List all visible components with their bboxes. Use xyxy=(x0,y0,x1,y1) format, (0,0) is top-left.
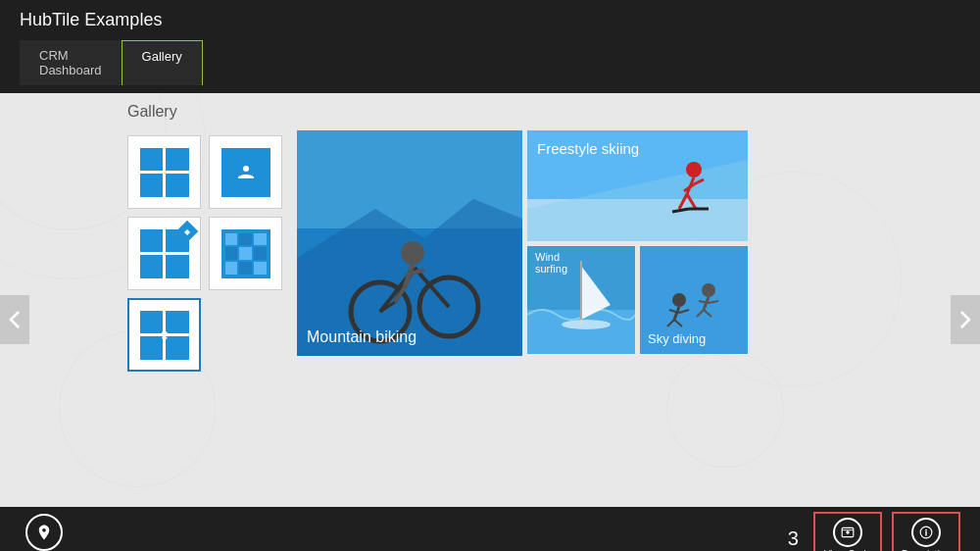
tile-option-3[interactable]: ◆ xyxy=(127,217,201,290)
main-content: Gallery xyxy=(0,93,980,507)
tab-bar: CRMDashboard Gallery xyxy=(20,40,960,85)
sky-diving-tile[interactable]: Sky diving xyxy=(640,246,748,354)
tile-option-5[interactable]: ⇕ xyxy=(127,298,201,372)
footer-right: 3 View Code Description xyxy=(788,512,960,551)
mountain-biking-label: Mountain biking xyxy=(307,328,416,346)
svg-point-0 xyxy=(243,166,249,172)
svg-point-45 xyxy=(846,530,850,534)
page-number: 3 xyxy=(788,527,799,550)
svg-point-17 xyxy=(686,162,702,177)
app-title: HubTile Examples xyxy=(20,10,960,30)
svg-point-10 xyxy=(401,241,424,265)
sky-diving-label: Sky diving xyxy=(648,331,706,346)
nav-left[interactable] xyxy=(0,295,29,344)
description-button[interactable]: Description xyxy=(892,512,960,551)
mountain-biking-tile[interactable]: Mountain biking xyxy=(297,130,522,356)
tab-gallery[interactable]: Gallery xyxy=(122,40,203,85)
tile-option-2[interactable] xyxy=(209,135,282,209)
hub-tiles: Mountain biking xyxy=(297,130,882,356)
freestyle-skiing-tile[interactable]: Freestyle skiing xyxy=(527,130,748,241)
wind-surfing-label: Windsurfing xyxy=(535,251,567,275)
wind-surfing-tile[interactable]: Windsurfing xyxy=(527,246,635,354)
view-code-icon xyxy=(833,518,862,547)
tile-option-1[interactable] xyxy=(127,135,201,209)
nav-right[interactable] xyxy=(951,295,980,344)
tile-selector: ◆ xyxy=(127,135,282,372)
bottom-right-row: Windsurfing xyxy=(527,246,748,354)
view-code-button[interactable]: View Code xyxy=(813,512,882,551)
pin-to-start-button[interactable]: Pin to Start xyxy=(20,514,68,551)
svg-point-38 xyxy=(702,283,715,297)
content-area: ◆ xyxy=(0,130,980,372)
svg-point-29 xyxy=(562,320,611,329)
tile-option-4[interactable] xyxy=(209,217,282,290)
svg-point-32 xyxy=(672,293,686,307)
right-tiles-column: Freestyle skiing xyxy=(527,130,748,356)
footer: Pin to Start 3 View Code Descrip xyxy=(0,507,980,551)
freestyle-skiing-label: Freestyle skiing xyxy=(537,140,639,157)
header: HubTile Examples CRMDashboard Gallery xyxy=(0,0,980,93)
tab-crm[interactable]: CRMDashboard xyxy=(20,40,122,85)
pin-icon xyxy=(25,514,63,551)
description-icon xyxy=(911,518,941,547)
gallery-title: Gallery xyxy=(0,93,980,130)
